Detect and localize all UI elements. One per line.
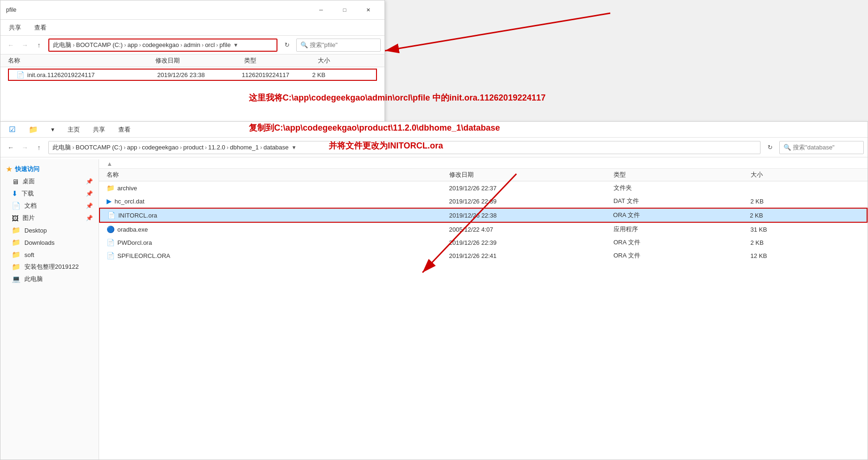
sidebar-label-picture: 图片 [23, 214, 35, 222]
sidebar-item-Downloads-en[interactable]: 📁 Downloads [0, 236, 99, 249]
refresh-btn-pfile[interactable]: ↻ [280, 39, 293, 52]
folder-icon-toolbar: 📁 [24, 124, 43, 135]
breadcrumb-db[interactable]: 此电脑 › BOOTCAMP (C:) › app › codegeekgao … [48, 141, 760, 154]
sidebar-item-download[interactable]: ⬇ 下载 📌 [0, 187, 99, 200]
file-row-pwdorcl[interactable]: 📄 PWDorcl.ora 2019/12/26 22:39 ORA 文件 2 … [99, 236, 868, 249]
bc-1120-db: 11.2.0 [208, 144, 225, 151]
sidebar-label-Desktop-en: Desktop [24, 227, 47, 234]
file-icon-initora: 📄 [16, 71, 24, 78]
col-type-db: 类型 [614, 171, 751, 179]
file-row-hcorcl[interactable]: ▶ hc_orcl.dat 2019/12/26 22:39 DAT 文件 2 … [99, 195, 868, 208]
check-icon: ☑ [9, 125, 15, 134]
star-icon: ★ [6, 165, 12, 173]
sidebar-item-Desktop-en[interactable]: 📁 Desktop [0, 224, 99, 236]
file-name-hcorcl: ▶ hc_orcl.dat [107, 197, 449, 205]
share-btn-db[interactable]: 共享 [88, 125, 110, 135]
file-row-initorcl[interactable]: 📄 INITORCL.ora 2019/12/26 22:38 ORA 文件 2… [99, 208, 868, 223]
file-row-initora[interactable]: 📄 init.ora.11262019224117 2019/12/26 23:… [8, 69, 377, 81]
type-hcorcl: DAT 文件 [614, 197, 751, 205]
size-initorcl: 2 KB [750, 212, 859, 219]
nav-btns-db: ← → ↑ [4, 141, 46, 154]
file-name-initora: init.ora.11262019224117 [27, 71, 95, 78]
forward-btn-pfile[interactable]: → [18, 39, 31, 52]
bc-dropdown-pfile[interactable]: ▾ [234, 41, 238, 48]
size-spfileorcl: 12 KB [751, 252, 860, 259]
file-row-spfileorcl[interactable]: 📄 SPFILEORCL.ORA 2019/12/26 22:41 ORA 文件… [99, 249, 868, 262]
bc-computer-db: 此电脑 [53, 143, 71, 152]
search-box-db[interactable]: 🔍 [779, 141, 864, 154]
file-row-archive[interactable]: 📁 archive 2019/12/26 22:37 文件夹 [99, 181, 868, 195]
search-box-pfile[interactable]: 🔍 [296, 39, 381, 52]
bc-computer: 此电脑 [53, 41, 71, 49]
sidebar-item-picture[interactable]: 🖼 图片 📌 [0, 212, 99, 224]
size-pwdorcl: 2 KB [751, 239, 860, 246]
sidebar-label-desktop: 桌面 [23, 177, 35, 186]
breadcrumb-pfile[interactable]: 此电脑 › BOOTCAMP (C:) › app › codegeekgao … [48, 39, 277, 52]
checkbox-icon: ☑ [4, 124, 20, 135]
titlebar-pfile: pfile ─ □ ✕ [0, 0, 384, 20]
search-input-pfile[interactable] [310, 41, 376, 48]
toolbar-pfile: 共享 查看 [0, 20, 384, 36]
file-name-cell-initora: 📄 init.ora.11262019224117 [16, 71, 157, 78]
folder-icon-install: 📁 [12, 263, 21, 271]
up-btn-pfile[interactable]: ↑ [32, 39, 46, 52]
bc-orcl: orcl [205, 41, 215, 48]
pin-icon-document: 📌 [86, 203, 93, 209]
share-btn-pfile[interactable]: 共享 [4, 23, 26, 33]
search-icon-pfile: 🔍 [300, 41, 308, 48]
sidebar-item-document[interactable]: 📄 文档 📌 [0, 200, 99, 212]
modified-oradba: 2005/12/22 4:07 [449, 226, 614, 233]
back-btn-pfile[interactable]: ← [4, 39, 17, 52]
home-btn-db[interactable]: 主页 [63, 125, 84, 135]
col-size-pfile: 大小 [318, 56, 377, 65]
sort-header-db: ▲ [99, 159, 868, 169]
file-icon-pwdorcl: 📄 [107, 239, 115, 246]
window-pfile: pfile ─ □ ✕ 共享 查看 ← → ↑ 此电脑 › BOOTCAMP (… [0, 0, 385, 127]
sidebar-item-install[interactable]: 📁 安装包整理2019122 [0, 261, 99, 273]
pin-icon-download: 📌 [86, 190, 93, 197]
file-header-pfile: 名称 修改日期 类型 大小 [0, 55, 384, 67]
type-archive: 文件夹 [614, 184, 751, 192]
filename-pwdorcl: PWDorcl.ora [117, 239, 152, 246]
main-content-db: ▲ 名称 修改日期 类型 大小 📁 archive 2019/12/26 22:… [99, 159, 868, 460]
close-btn-pfile[interactable]: ✕ [357, 3, 379, 16]
sidebar-item-soft[interactable]: 📁 soft [0, 249, 99, 261]
type-oradba: 应用程序 [614, 225, 751, 234]
file-icon-initorcl: 📄 [108, 211, 115, 219]
sidebar-item-desktop[interactable]: 🖥 桌面 📌 [0, 175, 99, 187]
sidebar-label-Downloads-en: Downloads [24, 239, 54, 246]
pin-icon-desktop: 📌 [86, 178, 93, 185]
file-name-oradba: 🔵 oradba.exe [107, 226, 449, 233]
document-folder-icon: 📄 [12, 202, 21, 210]
back-btn-db[interactable]: ← [4, 141, 17, 154]
modified-initorcl: 2019/12/26 22:38 [449, 212, 613, 219]
window-database: ☑ 📁 ▾ 主页 共享 查看 ← → ↑ 此电脑 › BOOTCAMP (C:)… [0, 121, 868, 460]
sort-arrow-db: ▲ [107, 160, 113, 167]
view-btn-pfile[interactable]: 查看 [30, 23, 51, 33]
refresh-btn-db[interactable]: ↻ [763, 141, 776, 154]
sidebar-item-mycomputer[interactable]: 💻 此电脑 [0, 273, 99, 285]
col-modified-db: 修改日期 [449, 171, 614, 179]
sidebar-quickaccess-header[interactable]: ★ 快速访问 [0, 163, 99, 175]
view-btn-db[interactable]: 查看 [114, 125, 135, 135]
maximize-btn-pfile[interactable]: □ [334, 3, 355, 16]
folder-icon-archive: 📁 [107, 184, 115, 192]
sidebar-label-document: 文档 [24, 202, 37, 210]
col-size-db: 大小 [751, 171, 860, 179]
type-initorcl: ORA 文件 [613, 211, 750, 219]
sidebar-label-soft: soft [24, 251, 34, 258]
bc-dbhome1-db: dbhome_1 [230, 144, 259, 151]
bc-dropdown-db[interactable]: ▾ [292, 144, 296, 151]
sidebar-label-download: 下载 [22, 189, 34, 198]
minimize-btn-pfile[interactable]: ─ [310, 3, 332, 16]
up-btn-db[interactable]: ↑ [32, 141, 46, 154]
modified-spfileorcl: 2019/12/26 22:41 [449, 252, 614, 259]
svg-line-2 [385, 13, 610, 51]
sidebar-label-install: 安装包整理2019122 [24, 263, 79, 271]
sidebar-db: ★ 快速访问 🖥 桌面 📌 ⬇ 下载 📌 📄 文档 📌 🖼 图片 📌 📁 Des… [0, 159, 99, 460]
search-input-db[interactable] [793, 144, 860, 151]
forward-btn-db[interactable]: → [18, 141, 31, 154]
modified-pwdorcl: 2019/12/26 22:39 [449, 239, 614, 246]
down-arrow-toolbar: ▾ [46, 125, 59, 134]
file-row-oradba[interactable]: 🔵 oradba.exe 2005/12/22 4:07 应用程序 31 KB [99, 223, 868, 236]
